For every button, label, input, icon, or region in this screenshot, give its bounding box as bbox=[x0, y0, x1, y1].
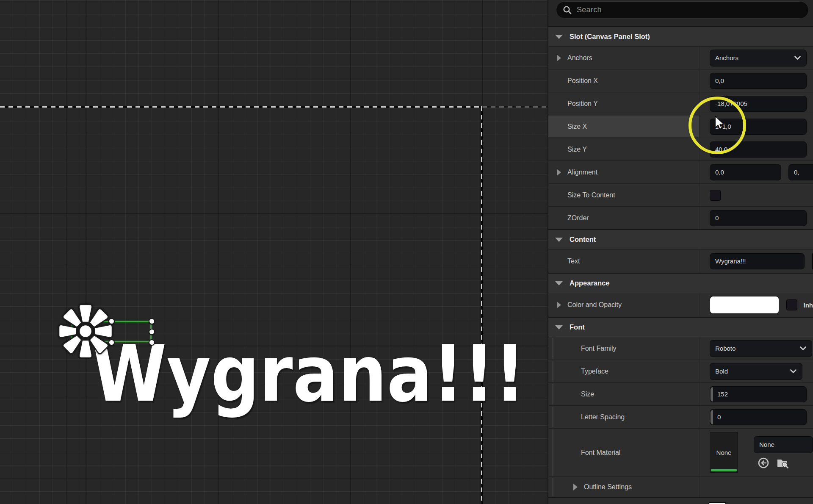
indent-rail bbox=[552, 384, 553, 404]
property-label: Outline Settings bbox=[584, 477, 632, 497]
partial-row bbox=[548, 497, 813, 504]
row-outline-settings: Outline Settings bbox=[548, 476, 813, 497]
expander-arrow[interactable] bbox=[571, 477, 580, 497]
anchors-dropdown[interactable]: Anchors bbox=[710, 50, 807, 66]
font-material-thumbnail[interactable]: None bbox=[710, 432, 738, 473]
letter-spacing-value: 0 bbox=[717, 413, 721, 421]
property-label: Position Y bbox=[567, 92, 598, 115]
triangle-right-icon bbox=[557, 169, 561, 176]
property-label: Anchors bbox=[567, 47, 592, 69]
mouse-cursor bbox=[712, 115, 725, 132]
row-typeface: TypefaceBold bbox=[548, 360, 813, 382]
expander-arrow[interactable] bbox=[555, 161, 563, 183]
value-area: 0 bbox=[710, 406, 813, 428]
property-label: Position X bbox=[567, 69, 598, 92]
triangle-down-icon bbox=[555, 325, 563, 330]
row-content-header[interactable]: Content bbox=[548, 229, 813, 249]
row-color-and-opacity: Color and OpacityInh bbox=[548, 293, 813, 317]
zorder-input[interactable]: 0 bbox=[710, 210, 807, 226]
row-font-header[interactable]: Font bbox=[548, 317, 813, 337]
row-slot-header[interactable]: Slot (Canvas Panel Slot) bbox=[548, 26, 813, 46]
section-header-label: Font bbox=[570, 318, 585, 337]
alignment-input-x[interactable]: 0,0 bbox=[710, 164, 781, 180]
expander-arrow[interactable] bbox=[555, 274, 563, 293]
zorder-value: 0 bbox=[715, 214, 719, 222]
value-area: 152 bbox=[710, 383, 813, 405]
asset-type-bar bbox=[711, 469, 737, 471]
font-material-value: None bbox=[759, 441, 774, 448]
font-family-dropdown[interactable]: Roboto bbox=[710, 340, 812, 357]
row-size-x: Size X151,0 bbox=[548, 115, 813, 138]
triangle-down-icon bbox=[555, 35, 563, 39]
spinbox-grip[interactable] bbox=[711, 387, 713, 402]
value-area: 0,0 bbox=[710, 69, 813, 92]
size-input[interactable]: 152 bbox=[710, 386, 807, 402]
asset-controls: None bbox=[754, 436, 813, 469]
chevron-down-icon bbox=[799, 346, 807, 351]
row-font-family: Font FamilyRoboto bbox=[548, 337, 813, 360]
partial-checkbox[interactable] bbox=[708, 502, 726, 504]
search-icon bbox=[563, 6, 572, 15]
position-x-input[interactable]: 0,0 bbox=[710, 73, 807, 89]
designer-canvas[interactable]: Wygrana!!! bbox=[0, 0, 548, 504]
expander-arrow[interactable] bbox=[555, 293, 563, 317]
typeface-dropdown[interactable]: Bold bbox=[710, 363, 802, 380]
value-area: 0 bbox=[710, 207, 813, 229]
use-selected-asset-icon[interactable] bbox=[757, 457, 770, 469]
property-label: Alignment bbox=[567, 161, 597, 183]
expander-arrow[interactable] bbox=[555, 230, 563, 249]
triangle-down-icon bbox=[555, 238, 563, 242]
font-material-dropdown[interactable]: None bbox=[754, 436, 813, 453]
size-to-content-checkbox[interactable] bbox=[710, 190, 721, 201]
alignment-value-y: 0, bbox=[794, 169, 799, 176]
inherit-label: Inh bbox=[804, 302, 813, 309]
alignment-input-y[interactable]: 0, bbox=[788, 164, 813, 180]
expander-arrow[interactable] bbox=[555, 27, 563, 46]
value-area: Anchors bbox=[710, 47, 813, 69]
row-font-material: Font MaterialNoneNone bbox=[548, 428, 813, 476]
row-position-x: Position X0,0 bbox=[548, 69, 813, 92]
browse-to-asset-icon[interactable] bbox=[776, 457, 789, 469]
row-anchors: AnchorsAnchors bbox=[548, 46, 813, 69]
property-label: Font Material bbox=[581, 429, 620, 476]
row-size-y: Size Y40,0 bbox=[548, 138, 813, 161]
section-header-label: Content bbox=[570, 230, 596, 249]
anchors-value: Anchors bbox=[715, 54, 738, 61]
pinwheel-flower-icon[interactable] bbox=[57, 302, 114, 360]
property-rows: Slot (Canvas Panel Slot)AnchorsAnchorsPo… bbox=[548, 26, 813, 504]
triangle-right-icon bbox=[557, 55, 561, 61]
property-label: Size X bbox=[567, 115, 587, 138]
canvas-bounds-dashed-line-right bbox=[481, 106, 482, 504]
row-size-to-content: Size To Content bbox=[548, 183, 813, 206]
spinbox-grip[interactable] bbox=[711, 410, 713, 424]
canvas-bounds-dashed-line-top bbox=[0, 106, 482, 108]
value-area: Roboto bbox=[710, 337, 813, 360]
selection-handle[interactable] bbox=[149, 339, 155, 346]
position-x-value: 0,0 bbox=[715, 77, 724, 84]
section-header-label: Appearance bbox=[570, 274, 609, 293]
selection-handle[interactable] bbox=[149, 329, 155, 335]
asset-icon-buttons bbox=[754, 457, 813, 469]
value-area: Wygrana!!! bbox=[710, 249, 813, 273]
inherit-checkbox[interactable] bbox=[786, 299, 797, 310]
text-input[interactable]: Wygrana!!! bbox=[710, 253, 805, 269]
details-panel: Search Slot (Canvas Panel Slot)AnchorsAn… bbox=[548, 0, 813, 504]
property-label: Size bbox=[581, 383, 594, 405]
expander-arrow[interactable] bbox=[555, 318, 563, 337]
chevron-down-icon bbox=[794, 55, 801, 60]
search-input[interactable]: Search bbox=[556, 1, 809, 19]
text-widget[interactable]: Wygrana!!! bbox=[92, 335, 525, 413]
row-letter-spacing: Letter Spacing0 bbox=[548, 405, 813, 428]
letter-spacing-input[interactable]: 0 bbox=[710, 409, 807, 425]
indent-rail bbox=[552, 478, 553, 496]
expander-arrow[interactable] bbox=[555, 47, 563, 69]
indent-rail bbox=[552, 407, 553, 427]
indent-rail bbox=[552, 338, 553, 359]
row-appearance-header[interactable]: Appearance bbox=[548, 273, 813, 293]
property-label: ZOrder bbox=[567, 207, 589, 229]
section-header-label: Slot (Canvas Panel Slot) bbox=[570, 27, 650, 46]
selection-handle[interactable] bbox=[149, 318, 155, 324]
property-label: Font Family bbox=[581, 337, 617, 360]
color-swatch[interactable] bbox=[710, 296, 779, 314]
panel-divider[interactable] bbox=[548, 0, 548, 504]
